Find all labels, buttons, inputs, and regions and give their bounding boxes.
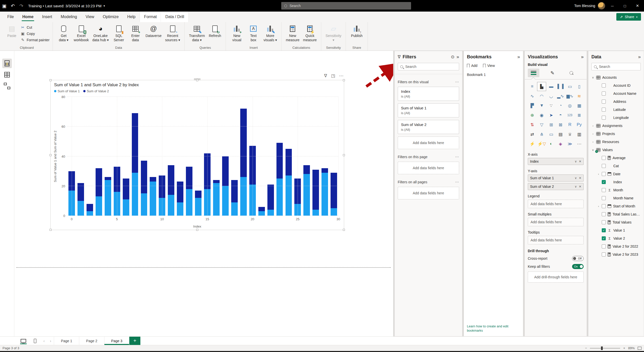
- field-row[interactable]: Account ID: [591, 81, 641, 90]
- publish-button[interactable]: ↑Publish: [349, 24, 365, 42]
- tab-file[interactable]: File: [3, 12, 18, 22]
- desktop-layout-button[interactable]: [18, 337, 29, 345]
- field-checkbox[interactable]: [602, 196, 606, 200]
- stacked-bar[interactable]: [258, 97, 265, 216]
- mobile-layout-button[interactable]: [29, 337, 41, 345]
- remove-field-icon[interactable]: ✕: [579, 185, 581, 188]
- bookmark-list-item[interactable]: Bookmark 1: [467, 73, 520, 77]
- dataverse-button[interactable]: @Dataverse: [144, 24, 163, 42]
- tab-optimize[interactable]: Optimize: [99, 12, 123, 22]
- field-row[interactable]: Address: [591, 98, 641, 106]
- filter-icon[interactable]: ∇: [324, 73, 327, 78]
- chevron-down-icon[interactable]: ∨: [575, 185, 577, 188]
- field-row[interactable]: Latitude: [591, 106, 641, 114]
- table-row-values[interactable]: ∨✓Values: [591, 146, 641, 154]
- zoom-slider[interactable]: [590, 348, 620, 348]
- stacked-bar[interactable]: [96, 97, 102, 216]
- visual-100-stacked-column-chart-icon[interactable]: ▯: [575, 82, 584, 91]
- visual-donut-chart-icon[interactable]: ◎: [566, 101, 574, 110]
- tab-view[interactable]: View: [81, 12, 98, 22]
- fit-to-page-icon[interactable]: [638, 347, 641, 350]
- field-row[interactable]: Value 2 for 2022: [591, 242, 641, 250]
- field-row[interactable]: Total Sales Last Y...: [591, 210, 641, 218]
- stacked-bar[interactable]: [222, 97, 229, 216]
- share-button[interactable]: ⇗ Share ▾: [616, 13, 641, 21]
- visual-stacked-area-chart-icon[interactable]: ◡: [547, 92, 555, 101]
- visual-waterfall-chart-icon[interactable]: ▛: [528, 101, 537, 110]
- close-button[interactable]: ✕: [632, 1, 643, 11]
- more-options-icon[interactable]: ⋯: [455, 180, 459, 184]
- visual-treemap-icon[interactable]: ▦: [575, 101, 584, 110]
- stacked-bar[interactable]: [321, 97, 328, 216]
- field-checkbox[interactable]: [602, 204, 606, 208]
- zoom-out-icon[interactable]: −: [585, 346, 587, 350]
- tab-format[interactable]: Format: [140, 12, 161, 22]
- stacked-bar[interactable]: [286, 97, 292, 216]
- visual-line-and-clustered-column-chart-icon[interactable]: ▆∿: [566, 92, 574, 101]
- global-search-input[interactable]: Search: [281, 2, 411, 10]
- well-add-field[interactable]: Add data fields here: [528, 236, 584, 244]
- avatar[interactable]: [598, 2, 605, 10]
- visual-quick-slicer-icon[interactable]: ⚡▽: [537, 139, 546, 148]
- selection-handle[interactable]: [196, 79, 198, 81]
- remove-field-icon[interactable]: ✕: [579, 176, 581, 180]
- visual-area-chart-icon[interactable]: ◠: [537, 92, 546, 101]
- page-tab-page-1[interactable]: Page 1: [54, 337, 79, 345]
- field-pill[interactable]: Sum of Value 1∨✕: [528, 174, 584, 182]
- format-painter-button[interactable]: ✎Format painter: [21, 37, 50, 42]
- visual-field-parameters-icon[interactable]: ⇄: [528, 130, 537, 139]
- more-options-icon[interactable]: ⋯: [455, 155, 459, 159]
- stacked-bar[interactable]: [195, 97, 202, 216]
- visual-stacked-bar-chart-icon[interactable]: ≡: [528, 82, 537, 91]
- table-row-resources[interactable]: ›Resources: [591, 138, 641, 146]
- field-checkbox[interactable]: ✓: [602, 228, 606, 232]
- previous-page-icon[interactable]: ‹: [41, 337, 47, 345]
- field-checkbox[interactable]: ✓: [602, 180, 606, 184]
- field-checkbox[interactable]: [602, 164, 606, 168]
- stacked-bar[interactable]: [240, 97, 247, 216]
- field-checkbox[interactable]: [602, 92, 606, 96]
- chevron-collapsed-icon[interactable]: ›: [591, 140, 594, 143]
- visual-python-visual-icon[interactable]: Py: [575, 120, 584, 129]
- field-checkbox[interactable]: [602, 212, 606, 216]
- field-row[interactable]: Account Name: [591, 90, 641, 98]
- add-bookmark-button[interactable]: Add: [467, 64, 477, 68]
- visual-gauge-icon[interactable]: ◓: [556, 111, 565, 120]
- visual-line-chart-icon[interactable]: ∿: [528, 92, 537, 101]
- bookmarks-help-link[interactable]: Learn how to create and edit bookmarks: [467, 324, 517, 333]
- field-checkbox[interactable]: [602, 156, 606, 160]
- cross-report-toggle[interactable]: Off: [572, 256, 584, 261]
- filter-card[interactable]: Sum of Value 1is (All): [398, 103, 459, 117]
- tab-home[interactable]: Home: [18, 12, 38, 22]
- excel-workbook-button[interactable]: XExcelworkbook: [72, 24, 90, 42]
- refresh-button[interactable]: ↻Refresh: [207, 24, 223, 42]
- stacked-bar[interactable]: [186, 97, 192, 216]
- selection-handle[interactable]: [50, 229, 52, 231]
- data-search-input[interactable]: Search: [591, 63, 641, 70]
- new-page-button[interactable]: +: [129, 337, 140, 345]
- stacked-bar[interactable]: [168, 97, 174, 216]
- stacked-bar[interactable]: [312, 97, 319, 216]
- visual-pie-chart-icon[interactable]: ◔: [556, 101, 565, 110]
- chevron-collapsed-icon[interactable]: ›: [597, 172, 600, 175]
- page-tab-page-2[interactable]: Page 2: [79, 337, 104, 345]
- analytics-tab[interactable]: [566, 69, 577, 77]
- table-row-projects[interactable]: ›Projects: [591, 130, 641, 138]
- well-add-field[interactable]: Add data fields here: [528, 200, 584, 208]
- sql-server-button[interactable]: ▮SQLServer: [111, 24, 127, 42]
- filter-card[interactable]: Sum of Value 2is (All): [398, 120, 459, 134]
- visual-decomposition-tree-icon[interactable]: ⋔: [537, 130, 546, 139]
- remove-field-icon[interactable]: ✕: [579, 160, 581, 163]
- field-row[interactable]: Month Name: [591, 194, 641, 202]
- field-row[interactable]: Cat: [591, 162, 641, 170]
- new-visual-button[interactable]: +Newvisual: [229, 24, 245, 42]
- stacked-bar[interactable]: [123, 97, 129, 216]
- stacked-bar[interactable]: [87, 97, 93, 216]
- filters-add-field[interactable]: Add data fields here: [398, 187, 459, 199]
- well-add-field[interactable]: Add data fields here: [528, 218, 584, 226]
- chevron-down-icon[interactable]: ∨: [575, 176, 577, 180]
- stacked-bar[interactable]: [77, 97, 84, 216]
- report-view-button[interactable]: [2, 59, 12, 68]
- field-checkbox[interactable]: ✓: [602, 236, 606, 240]
- cut-button[interactable]: ✂Cut: [21, 25, 50, 30]
